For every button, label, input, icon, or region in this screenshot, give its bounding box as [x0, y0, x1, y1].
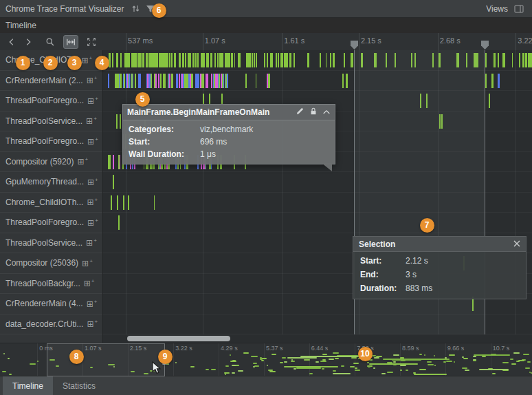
- trace-event[interactable]: [215, 74, 217, 88]
- close-icon[interactable]: [513, 239, 520, 249]
- expand-track-icon[interactable]: ⊞+: [82, 259, 93, 268]
- track-name-row[interactable]: ThreadPoolService...⊞+: [0, 111, 102, 132]
- track-name-row[interactable]: CrRendererMain (2...⊞+: [0, 71, 102, 92]
- trace-event[interactable]: [197, 53, 199, 67]
- trace-event[interactable]: [116, 53, 118, 67]
- trace-event[interactable]: [135, 74, 136, 88]
- trace-event[interactable]: [195, 53, 197, 67]
- trace-event[interactable]: [222, 74, 223, 88]
- trace-event[interactable]: [133, 74, 133, 88]
- trace-event[interactable]: [282, 53, 283, 67]
- next-frame-button[interactable]: [21, 35, 36, 49]
- trace-event[interactable]: [254, 53, 255, 67]
- trace-event[interactable]: [203, 74, 204, 88]
- trace-event[interactable]: [195, 74, 197, 88]
- timeline-ruler[interactable]: 537 ms1.07 s1.61 s2.15 s2.68 s3.22 s: [103, 33, 532, 50]
- expand-track-icon[interactable]: ⊞+: [86, 116, 97, 125]
- trace-event[interactable]: [154, 195, 155, 210]
- trace-event[interactable]: [267, 53, 268, 67]
- trace-event[interactable]: [113, 155, 114, 169]
- trace-event[interactable]: [160, 74, 162, 88]
- track-name-row[interactable]: GpuMemoryThread...⊞+: [0, 172, 102, 193]
- trace-event[interactable]: [128, 74, 129, 88]
- trace-event[interactable]: [342, 74, 344, 88]
- trace-event[interactable]: [151, 74, 152, 88]
- expand-track-icon[interactable]: ⊞+: [81, 56, 92, 65]
- trace-event[interactable]: [109, 53, 110, 67]
- trace-event[interactable]: [129, 53, 130, 67]
- expand-track-icon[interactable]: ⊞+: [87, 178, 98, 186]
- trace-event[interactable]: [326, 53, 326, 67]
- trace-event[interactable]: [169, 53, 170, 67]
- trace-event[interactable]: [126, 53, 128, 67]
- trace-event[interactable]: [494, 53, 496, 67]
- trace-event[interactable]: [219, 74, 220, 88]
- track-name-row[interactable]: data_decoder.CrUti...⊞+: [0, 314, 102, 335]
- trace-event[interactable]: [111, 195, 112, 210]
- trace-event[interactable]: [214, 74, 215, 88]
- minimap-viewport[interactable]: [47, 343, 165, 376]
- expand-track-icon[interactable]: ⊞+: [87, 76, 98, 85]
- trace-event[interactable]: [146, 53, 147, 67]
- trace-event[interactable]: [264, 53, 265, 67]
- trace-event[interactable]: [120, 74, 122, 88]
- trace-event[interactable]: [498, 53, 499, 67]
- trace-event[interactable]: [285, 53, 287, 67]
- trace-event[interactable]: [214, 53, 215, 67]
- trace-event[interactable]: [176, 74, 178, 88]
- views-button[interactable]: Views: [486, 4, 527, 14]
- trace-event[interactable]: [147, 74, 148, 88]
- track-name-row[interactable]: ThreadPoolService...⊞+: [0, 233, 102, 254]
- trace-event[interactable]: [120, 53, 122, 67]
- track-name-row[interactable]: Chrome_ChildIOTh...⊞+: [0, 193, 102, 213]
- trace-event[interactable]: [284, 53, 285, 67]
- tab-statistics[interactable]: Statistics: [53, 376, 105, 395]
- trace-event[interactable]: [133, 53, 134, 67]
- trace-event[interactable]: [192, 74, 193, 88]
- trace-event[interactable]: [131, 53, 133, 67]
- trace-event[interactable]: [166, 53, 167, 67]
- trace-event[interactable]: [128, 195, 129, 210]
- trace-event[interactable]: [149, 74, 151, 88]
- trace-event[interactable]: [211, 74, 212, 88]
- trace-event[interactable]: [179, 74, 180, 88]
- trace-event[interactable]: [158, 74, 159, 88]
- trace-event[interactable]: [504, 53, 505, 67]
- trace-event[interactable]: [162, 53, 164, 67]
- expand-track-icon[interactable]: ⊞+: [87, 198, 98, 206]
- trace-event[interactable]: [180, 53, 181, 67]
- trace-event[interactable]: [140, 74, 141, 88]
- expand-track-icon[interactable]: ⊞+: [84, 279, 95, 288]
- trace-event[interactable]: [512, 53, 513, 67]
- trace-event[interactable]: [530, 53, 531, 67]
- expand-track-icon[interactable]: ⊞+: [77, 157, 88, 166]
- trace-event[interactable]: [491, 74, 494, 88]
- trace-event[interactable]: [109, 155, 111, 169]
- trace-event[interactable]: [226, 53, 228, 67]
- trace-event[interactable]: [271, 53, 273, 67]
- edit-icon[interactable]: [296, 107, 304, 118]
- trace-event[interactable]: [157, 53, 158, 67]
- trace-event[interactable]: [174, 53, 175, 67]
- track-name-row[interactable]: Compositor (25036)⊞+: [0, 253, 102, 274]
- trace-event[interactable]: [118, 74, 119, 88]
- trace-event[interactable]: [289, 53, 291, 67]
- track-name-row[interactable]: ThreadPoolForegro...⊞+: [0, 213, 102, 233]
- trace-event[interactable]: [137, 53, 140, 67]
- trace-event[interactable]: [231, 53, 232, 67]
- trace-event[interactable]: [154, 74, 155, 88]
- track-name-row[interactable]: ThreadPoolBackgr...⊞+: [0, 274, 102, 295]
- expand-track-icon[interactable]: ⊞+: [87, 319, 98, 328]
- trace-event[interactable]: [117, 195, 118, 210]
- trace-event[interactable]: [276, 53, 277, 67]
- expand-track-icon[interactable]: ⊞+: [87, 218, 98, 227]
- trace-event[interactable]: [190, 53, 191, 67]
- trace-event[interactable]: [108, 74, 109, 88]
- trace-event[interactable]: [234, 53, 235, 67]
- trace-event[interactable]: [519, 53, 520, 67]
- trace-event[interactable]: [118, 155, 120, 169]
- expand-track-icon[interactable]: ⊞+: [86, 238, 97, 247]
- trace-event[interactable]: [525, 53, 527, 67]
- trace-event[interactable]: [123, 195, 124, 210]
- trace-event[interactable]: [112, 53, 113, 67]
